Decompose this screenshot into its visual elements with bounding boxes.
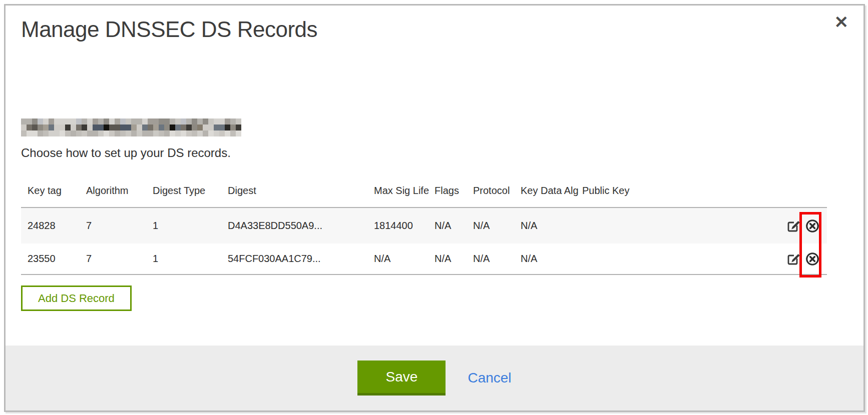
table-cell: 54FCF030AA1C79... [228,244,374,274]
col-flags: Flags [435,169,473,208]
table-cell: N/A [473,244,521,274]
table-cell: 7 [86,244,153,274]
table-cell: N/A [435,244,473,274]
delete-record-icon[interactable] [805,252,820,266]
col-digest-type: Digest Type [153,169,228,208]
table-cell: 1 [153,244,228,274]
table-cell: 1 [153,208,228,244]
table-cell: N/A [374,244,435,274]
ds-records-table: Key tag Algorithm Digest Type Digest Max… [21,169,827,275]
cancel-link[interactable]: Cancel [468,370,511,386]
page-title: Manage DNSSEC DS Records [21,16,848,42]
col-key-tag: Key tag [21,169,86,208]
table-cell [582,208,782,244]
edit-record-icon[interactable] [786,218,801,234]
table-cell: N/A [521,208,582,244]
edit-record-icon[interactable] [786,252,801,266]
table-cell: 24828 [21,208,86,244]
table-row: 235507154FCF030AA1C79...N/AN/AN/AN/A [21,244,827,274]
save-button[interactable]: Save [357,360,446,396]
col-digest: Digest [228,169,374,208]
instruction-text: Choose how to set up your DS records. [21,146,848,160]
col-public-key: Public Key [582,169,782,208]
table-cell: N/A [435,208,473,244]
delete-record-icon[interactable] [805,218,820,234]
table-cell: 1814400 [374,208,435,244]
col-max-sig-life: Max Sig Life [374,169,435,208]
table-cell [582,244,782,274]
col-algorithm: Algorithm [86,169,153,208]
row-actions [782,208,827,244]
col-protocol: Protocol [473,169,521,208]
ds-records-table-wrap: Key tag Algorithm Digest Type Digest Max… [21,169,827,275]
table-cell: 7 [86,208,153,244]
col-actions [782,169,827,208]
table-row: 2482871D4A33E8DD550A9...1814400N/AN/AN/A [21,208,827,244]
row-actions [782,244,827,274]
table-cell: N/A [521,244,582,274]
table-header-row: Key tag Algorithm Digest Type Digest Max… [21,169,827,208]
table-cell: 23550 [21,244,86,274]
dnssec-modal: ✕ Manage DNSSEC DS Records Choose how to… [4,4,865,412]
domain-name-redacted [21,118,241,136]
footer-bar: Save Cancel [6,346,863,410]
col-key-data-alg: Key Data Alg [521,169,582,208]
ds-records-tbody: 2482871D4A33E8DD550A9...1814400N/AN/AN/A… [21,208,827,274]
add-ds-record-button[interactable]: Add DS Record [21,286,132,311]
table-cell: N/A [473,208,521,244]
table-cell: D4A33E8DD550A9... [228,208,374,244]
